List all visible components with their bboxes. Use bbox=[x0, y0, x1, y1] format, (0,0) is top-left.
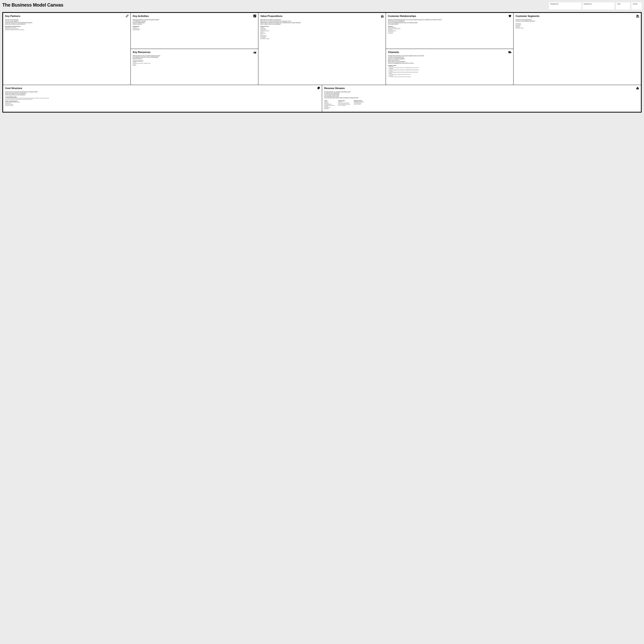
date-field[interactable]: Date: bbox=[616, 2, 630, 10]
date-label: Date: bbox=[617, 3, 621, 5]
revenue-types-head: types bbox=[324, 100, 334, 101]
channels-cell: Channels Through which Channels do our C… bbox=[386, 49, 513, 85]
svg-rect-4 bbox=[383, 16, 384, 16]
revenue-streams-title: Revenue Streams bbox=[324, 87, 639, 90]
link-icon bbox=[125, 14, 129, 18]
svg-rect-7 bbox=[509, 51, 510, 53]
value-propositions-questions: What value do we deliver to the customer… bbox=[260, 19, 384, 25]
revenue-fixed-col: fixed pricing List PriceProduct feature … bbox=[338, 100, 350, 109]
channels-subhead: channel phases bbox=[388, 65, 511, 66]
customer-segments-examples: Mass MarketNiche MarketSegmentedDiversif… bbox=[516, 23, 639, 29]
revenue-streams-columns: types Asset saleUsage feeSubscription Fe… bbox=[324, 100, 639, 109]
meta-fields: Designed for: Designed by: Date: Version… bbox=[549, 2, 642, 10]
key-partners-title: Key Partners bbox=[5, 15, 128, 18]
key-partners-cell: Key Partners Who are our Key Partners?Wh… bbox=[3, 13, 131, 85]
truck-icon bbox=[508, 50, 512, 54]
revenue-dynamic-col: dynamic pricing Negotiation (bargaining)… bbox=[354, 100, 364, 109]
key-resources-subhead: types of resources bbox=[133, 61, 256, 61]
designed-by-label: Designed by: bbox=[584, 3, 592, 5]
channels-questions: Through which Channels do our Customer S… bbox=[388, 55, 511, 64]
value-propositions-title: Value Propositions bbox=[260, 15, 384, 18]
value-propositions-subhead: characteristics bbox=[260, 26, 384, 27]
revenue-streams-questions: For what value are our customers really … bbox=[324, 91, 639, 99]
price-tag-icon bbox=[317, 86, 320, 90]
customer-relationships-cell: Customer Relationships What type of rela… bbox=[386, 13, 513, 49]
customer-segments-cell: Customer Segments For whom are we creati… bbox=[513, 13, 641, 85]
cost-structure-subhead-2: sample characteristics bbox=[5, 101, 320, 102]
revenue-streams-cell: $ Revenue Streams For what value are our… bbox=[322, 85, 641, 112]
key-activities-cell: Key Activities What Key Activities do ou… bbox=[131, 13, 258, 49]
customer-relationships-examples: Personal assistanceDedicated Personal As… bbox=[388, 27, 511, 34]
cost-structure-examples-1: Cost Driven (leanest cost structure, low… bbox=[5, 98, 320, 100]
customer-segments-title: Customer Segments bbox=[516, 15, 639, 18]
key-partners-examples: Optimization and economyReduction of ris… bbox=[5, 27, 128, 30]
customer-relationships-title: Customer Relationships bbox=[388, 15, 511, 18]
customer-segments-questions: For whom are we creating value?Who are o… bbox=[516, 19, 639, 22]
gift-icon bbox=[380, 14, 384, 18]
key-resources-title: Key Resources bbox=[133, 51, 256, 54]
svg-point-10 bbox=[637, 15, 638, 16]
people-icon bbox=[636, 14, 639, 18]
key-activities-title: Key Activities bbox=[133, 15, 256, 18]
designed-by-field[interactable]: Designed by: bbox=[582, 2, 615, 10]
svg-rect-5 bbox=[381, 17, 382, 18]
cost-structure-subhead-1: is your business more bbox=[5, 97, 320, 98]
version-label: Version: bbox=[633, 3, 638, 5]
factory-icon bbox=[253, 50, 257, 54]
cost-structure-cell: Cost Structure What are the most importa… bbox=[3, 85, 322, 112]
version-field[interactable]: Version: bbox=[631, 2, 642, 10]
heart-icon bbox=[508, 14, 512, 18]
key-activities-examples: ProductionProblem SolvingPlatform/Networ… bbox=[133, 27, 256, 30]
money-bag-icon: $ bbox=[636, 86, 639, 90]
cost-structure-examples-2: Fixed Costs (salaries, rents, utilities)… bbox=[5, 102, 320, 106]
page-title: The Business Model Canvas bbox=[2, 2, 548, 8]
svg-text:$: $ bbox=[637, 88, 638, 89]
channels-title: Channels bbox=[388, 51, 511, 54]
svg-point-9 bbox=[510, 53, 511, 53]
key-partners-subhead: motivations for partnerships bbox=[5, 26, 128, 27]
designed-for-label: Designed for: bbox=[550, 3, 559, 5]
channels-phases: 1. AwarenessHow do we raise awareness ab… bbox=[388, 66, 511, 77]
customer-relationships-subhead: examples bbox=[388, 26, 511, 27]
key-activities-questions: What Key Activities do our Value Proposi… bbox=[133, 19, 256, 25]
key-resources-examples: PhysicalIntellectual (brand patents, cop… bbox=[133, 62, 256, 66]
value-propositions-examples: NewnessPerformanceCustomization"Getting … bbox=[260, 27, 384, 39]
svg-point-8 bbox=[509, 53, 510, 53]
bmc-canvas: Key Partners Who are our Key Partners?Wh… bbox=[2, 12, 642, 113]
key-resources-cell: Key Resources What Key Resources do our … bbox=[131, 49, 258, 85]
designed-for-field[interactable]: Designed for: bbox=[549, 2, 581, 10]
svg-point-2 bbox=[254, 52, 254, 53]
revenue-types-list: Asset saleUsage feeSubscription FeesLend… bbox=[324, 101, 334, 109]
svg-rect-3 bbox=[381, 16, 382, 16]
svg-rect-6 bbox=[383, 17, 384, 18]
revenue-dynamic-list: Negotiation (bargaining)Yield Management… bbox=[354, 101, 364, 105]
cost-structure-questions: What are the most important costs inhere… bbox=[5, 91, 320, 96]
key-partners-questions: Who are our Key Partners?Who are our key… bbox=[5, 19, 128, 25]
checkbox-icon bbox=[253, 14, 257, 18]
cost-structure-title: Cost Structure bbox=[5, 87, 320, 90]
key-activities-subhead: catergories bbox=[133, 26, 256, 27]
svg-point-11 bbox=[638, 15, 639, 16]
customer-relationships-questions: What type of relationship does each of o… bbox=[388, 19, 511, 25]
revenue-fixed-list: List PriceProduct feature dependentCusto… bbox=[338, 101, 350, 106]
value-propositions-cell: Value Propositions What value do we deli… bbox=[258, 13, 386, 85]
key-resources-questions: What Key Resources do our Value Proposit… bbox=[133, 55, 256, 60]
header-row: The Business Model Canvas Designed for: … bbox=[2, 2, 642, 10]
revenue-types-col: types Asset saleUsage feeSubscription Fe… bbox=[324, 100, 334, 109]
revenue-fixed-head: fixed pricing bbox=[338, 100, 350, 101]
revenue-dynamic-head: dynamic pricing bbox=[354, 100, 364, 101]
